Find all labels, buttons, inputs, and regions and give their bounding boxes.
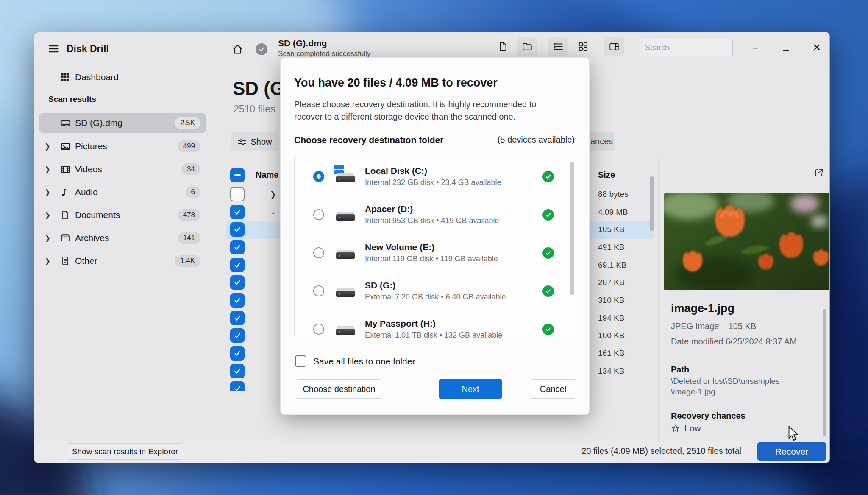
close-button[interactable]: ✕ (808, 40, 825, 55)
tulips-photo (664, 193, 830, 290)
sidebar-item-sd-g-dmg[interactable]: SD (G).dmg 2.5K (39, 113, 206, 133)
preview-path-label: Path (671, 365, 689, 375)
size-cell: 194 KB (598, 311, 624, 325)
drive-icon (335, 245, 356, 261)
mouse-cursor (787, 426, 802, 442)
save-one-folder-checkbox[interactable] (295, 355, 306, 367)
recover-button[interactable]: Recover (757, 442, 826, 461)
row-checkbox[interactable] (230, 381, 245, 391)
hamburger-menu-button[interactable] (47, 43, 62, 56)
search-input[interactable] (645, 43, 743, 52)
drive-details: Internal 232 GB disk • 23.4 GB available (365, 178, 542, 187)
size-cell: 69.1 KB (598, 258, 627, 272)
drive-details: External 1.01 TB disk • 132 GB available (365, 331, 542, 338)
selection-status-text: 20 files (4.09 MB) selected, 2510 files … (581, 446, 741, 456)
open-external-icon (814, 168, 824, 178)
row-checkbox[interactable] (230, 275, 245, 290)
drive-option-new-volume-e[interactable]: New Volume (E:) Internal 119 GB disk • 1… (295, 234, 576, 272)
size-cell: 134 KB (598, 364, 624, 378)
chevron-right-icon[interactable]: ❯ (39, 165, 56, 174)
file-list-scrollbar[interactable] (650, 176, 654, 231)
choose-destination-button[interactable]: Choose destination (296, 379, 382, 399)
radio-unselected[interactable] (313, 209, 324, 220)
cancel-button[interactable]: Cancel (530, 379, 576, 399)
name-column-header[interactable]: Name (256, 170, 278, 180)
item-count-badge: 2.5K (175, 117, 200, 129)
drive-option-apacer-d[interactable]: Apacer (D:) Internal 953 GB disk • 419 G… (295, 196, 576, 234)
item-count-badge: 499 (178, 140, 200, 152)
row-checkbox[interactable] (230, 222, 245, 237)
disk-drill-window: Disk Drill Dashboard Scan results SD (G)… (34, 32, 830, 463)
show-filter-button[interactable]: Show (231, 132, 278, 151)
show-in-explorer-button[interactable]: Show scan results in Explorer (67, 443, 183, 460)
row-collapse-chevron[interactable]: ⌄ (270, 207, 276, 216)
show-in-explorer-label: Show scan results in Explorer (72, 447, 178, 456)
pictures-icon (56, 141, 75, 152)
drive-option-my-passport-h[interactable]: My Passport (H:) External 1.01 TB disk •… (295, 310, 576, 338)
row-checkbox[interactable] (230, 293, 245, 308)
row-checkbox[interactable] (230, 311, 245, 325)
indeterminate-mark (234, 174, 241, 176)
preview-type-size: JPEG Image – 105 KB (671, 322, 756, 331)
drive-details: Internal 119 GB disk • 119 GB available (365, 254, 542, 263)
size-column-header[interactable]: Size (598, 170, 615, 180)
preview-recovery-label: Recovery chances (671, 411, 746, 421)
open-folder-button[interactable] (517, 37, 537, 56)
minimize-button[interactable]: – (747, 40, 764, 55)
choose-destination-label: Choose destination (303, 384, 375, 394)
new-session-button[interactable] (493, 37, 512, 56)
dialog-title: You have 20 files / 4.09 MB to recover (294, 76, 498, 89)
destination-list-scrollbar[interactable] (570, 162, 574, 295)
drive-details: External 7.20 GB disk • 6.40 GB availabl… (365, 293, 542, 302)
drive-option-local-disk-c[interactable]: Local Disk (C:) Internal 232 GB disk • 2… (295, 157, 576, 196)
sidebar-item-videos[interactable]: ❯ Videos 34 (39, 159, 206, 179)
radio-unselected[interactable] (313, 324, 324, 335)
grid-view-icon (578, 41, 589, 52)
row-checkbox[interactable] (230, 240, 245, 254)
search-box[interactable] (640, 39, 733, 56)
drive-ok-icon (542, 324, 554, 335)
drive-ok-icon (542, 209, 554, 221)
sidebar-item-pictures[interactable]: ❯ Pictures 499 (39, 137, 206, 156)
radio-unselected[interactable] (313, 247, 324, 258)
system-drive-icon (335, 168, 356, 185)
row-checkbox[interactable] (230, 346, 245, 361)
row-checkbox[interactable] (230, 258, 245, 272)
drive-option-sd-g[interactable]: SD (G:) External 7.20 GB disk • 6.40 GB … (295, 272, 576, 310)
row-checkbox[interactable] (230, 187, 245, 201)
row-expand-chevron[interactable]: ❯ (270, 190, 276, 199)
recovery-chance-row: Low (671, 423, 701, 433)
preview-path-line2: \image-1.jpg (671, 387, 715, 397)
row-checkbox[interactable] (230, 205, 245, 219)
home-icon (232, 43, 244, 55)
list-view-icon (553, 41, 564, 52)
image-preview[interactable] (664, 193, 830, 290)
size-cell: 88 bytes (598, 187, 629, 201)
select-all-checkbox[interactable] (230, 168, 245, 182)
next-button[interactable]: Next (439, 379, 502, 399)
size-cell: 491 KB (598, 240, 624, 254)
folder-icon (522, 41, 533, 52)
list-view-button[interactable] (548, 37, 568, 56)
sidebar-item-label: Videos (75, 164, 181, 174)
scan-results-header: Scan results (48, 95, 96, 104)
open-preview-button[interactable] (812, 165, 826, 180)
row-checkbox[interactable] (230, 328, 245, 343)
row-checkbox[interactable] (230, 364, 245, 378)
radio-unselected[interactable] (313, 285, 324, 296)
preview-panel-button[interactable] (604, 37, 624, 56)
save-one-folder-row[interactable]: Save all files to one folder (295, 355, 415, 367)
recover-button-label: Recover (775, 447, 808, 457)
home-button[interactable] (229, 41, 246, 58)
bottom-bar: Show scan results in Explorer 20 files (… (34, 441, 830, 463)
chevron-right-icon[interactable]: ❯ (39, 142, 56, 151)
radio-selected[interactable] (313, 171, 324, 182)
maximize-button[interactable] (777, 40, 794, 55)
sidebar-item-label: Pictures (75, 141, 178, 151)
app-title: Disk Drill (67, 43, 109, 55)
size-cell: 161 KB (598, 346, 624, 361)
preview-scrollbar[interactable] (823, 309, 826, 436)
sidebar-item-dashboard[interactable]: Dashboard (39, 68, 206, 87)
grid-view-button[interactable] (573, 37, 593, 56)
hamburger-icon (47, 43, 61, 55)
